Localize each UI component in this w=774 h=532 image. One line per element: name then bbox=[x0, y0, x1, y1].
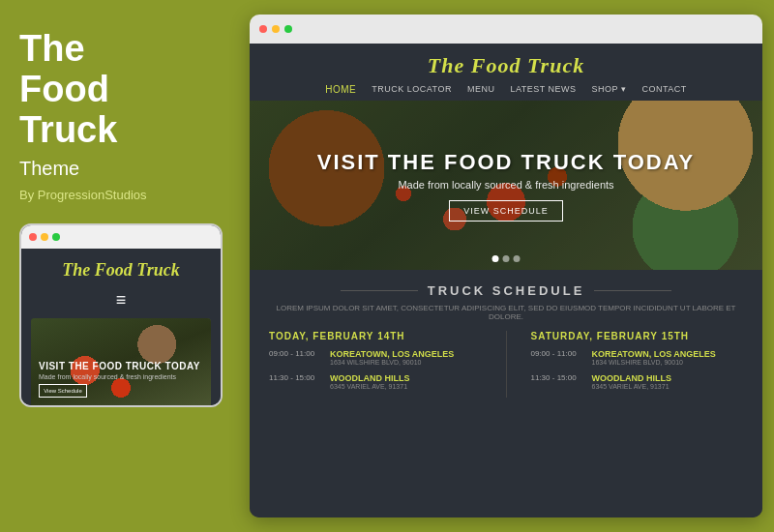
title-line1: The bbox=[19, 28, 85, 69]
schedule-location-addr: 6345 VARIEL AVE, 91371 bbox=[592, 383, 744, 390]
desktop-view-schedule-button[interactable]: View Schedule bbox=[449, 200, 563, 222]
title-line3: Truck bbox=[19, 109, 117, 150]
schedule-subtitle: LOREM IPSUM DOLOR SIT AMET, CONSECTETUR … bbox=[269, 304, 743, 321]
schedule-divider bbox=[506, 331, 507, 398]
desktop-nav-links: HOME TRUCK LOCATOR MENU LATEST NEWS SHOP… bbox=[269, 84, 743, 95]
mobile-hero-subtitle: Made from locally sourced & fresh ingred… bbox=[39, 373, 203, 380]
mobile-dot-green bbox=[52, 233, 60, 241]
schedule-col-1: TODAY, FEBRUARY 14TH 09:00 - 11:00 KOREA… bbox=[269, 331, 482, 398]
title-line2: Food bbox=[19, 69, 109, 109]
schedule-section: TRUCK SCHEDULE LOREM IPSUM DOLOR SIT AME… bbox=[250, 270, 762, 517]
nav-menu[interactable]: MENU bbox=[467, 84, 495, 95]
schedule-location-addr: 1634 WILSHIRE BLVD, 90010 bbox=[592, 359, 744, 366]
mobile-content: The Food Truck ≡ VISIT THE FOOD TRUCK TO… bbox=[21, 249, 221, 405]
schedule-location: WOODLAND HILLS 6345 VARIEL AVE, 91371 bbox=[330, 373, 482, 390]
schedule-location: KOREATOWN, LOS ANGELES 1634 WILSHIRE BLV… bbox=[592, 349, 744, 366]
schedule-time: 09:00 - 11:00 bbox=[531, 349, 584, 366]
mobile-logo: The Food Truck bbox=[31, 260, 211, 281]
main-title: The Food Truck bbox=[19, 29, 117, 150]
schedule-col2-header: SATURDAY, FEBRUARY 15TH bbox=[531, 331, 744, 341]
mobile-hero-text: VISIT THE FOOD TRUCK TODAY Made from loc… bbox=[39, 361, 203, 398]
mobile-view-schedule-button[interactable]: View Schedule bbox=[39, 384, 87, 398]
mobile-dot-yellow bbox=[41, 233, 48, 241]
nav-latest-news[interactable]: LATEST NEWS bbox=[510, 84, 576, 95]
left-panel: The Food Truck Theme By ProgressionStudi… bbox=[0, 0, 240, 532]
mobile-hamburger-icon[interactable]: ≡ bbox=[31, 290, 211, 310]
schedule-location-name: KOREATOWN, LOS ANGELES bbox=[330, 349, 482, 359]
mobile-hero: VISIT THE FOOD TRUCK TODAY Made from loc… bbox=[31, 318, 211, 405]
schedule-location-addr: 6345 VARIEL AVE, 91371 bbox=[330, 383, 482, 390]
schedule-item: 11:30 - 15:00 WOODLAND HILLS 6345 VARIEL… bbox=[531, 373, 744, 390]
schedule-location: KOREATOWN, LOS ANGELES 1634 WILSHIRE BLV… bbox=[330, 349, 482, 366]
schedule-time: 09:00 - 11:00 bbox=[269, 349, 322, 366]
mobile-dot-red bbox=[29, 233, 37, 241]
theme-label: Theme bbox=[19, 158, 79, 180]
byline: By ProgressionStudios bbox=[19, 188, 147, 202]
schedule-title-line-right bbox=[594, 290, 671, 291]
schedule-title-text: TRUCK SCHEDULE bbox=[428, 283, 585, 298]
desktop-content: The Food Truck HOME TRUCK LOCATOR MENU L… bbox=[250, 44, 762, 517]
schedule-col1-header: TODAY, FEBRUARY 14TH bbox=[269, 331, 482, 341]
schedule-location-name: WOODLAND HILLS bbox=[592, 373, 744, 383]
schedule-col-2: SATURDAY, FEBRUARY 15TH 09:00 - 11:00 KO… bbox=[531, 331, 744, 398]
nav-home[interactable]: HOME bbox=[325, 84, 356, 95]
desktop-dot-green bbox=[284, 25, 292, 33]
schedule-location-name: WOODLAND HILLS bbox=[330, 373, 482, 383]
schedule-item: 11:30 - 15:00 WOODLAND HILLS 6345 VARIEL… bbox=[269, 373, 482, 390]
desktop-preview: The Food Truck HOME TRUCK LOCATOR MENU L… bbox=[250, 15, 762, 517]
schedule-location: WOODLAND HILLS 6345 VARIEL AVE, 91371 bbox=[592, 373, 744, 390]
hero-dot-1[interactable] bbox=[492, 255, 499, 262]
schedule-title: TRUCK SCHEDULE bbox=[269, 283, 743, 298]
desktop-hero-overlay: VISIT THE FOOD TRUCK TODAY Made from loc… bbox=[250, 101, 762, 270]
hero-dot-2[interactable] bbox=[503, 255, 510, 262]
schedule-item: 09:00 - 11:00 KOREATOWN, LOS ANGELES 163… bbox=[269, 349, 482, 366]
desktop-hero-title: VISIT THE FOOD TRUCK TODAY bbox=[317, 150, 696, 175]
schedule-title-line-left bbox=[341, 290, 418, 291]
schedule-time: 11:30 - 15:00 bbox=[269, 373, 322, 390]
mobile-browser-bar bbox=[21, 225, 221, 249]
desktop-site-title: The Food Truck bbox=[269, 53, 743, 78]
desktop-navbar: The Food Truck HOME TRUCK LOCATOR MENU L… bbox=[250, 44, 762, 101]
schedule-item: 09:00 - 11:00 KOREATOWN, LOS ANGELES 163… bbox=[531, 349, 744, 366]
desktop-browser-bar bbox=[250, 15, 762, 44]
desktop-hero-subtitle: Made from locally sourced & fresh ingred… bbox=[398, 179, 613, 191]
hero-dots bbox=[492, 255, 521, 262]
mobile-preview: The Food Truck ≡ VISIT THE FOOD TRUCK TO… bbox=[19, 223, 223, 407]
hero-dot-3[interactable] bbox=[514, 255, 521, 262]
desktop-hero: VISIT THE FOOD TRUCK TODAY Made from loc… bbox=[250, 101, 762, 270]
nav-contact[interactable]: CONTACT bbox=[641, 84, 686, 95]
schedule-location-addr: 1634 WILSHIRE BLVD, 90010 bbox=[330, 359, 482, 366]
desktop-dot-red bbox=[259, 25, 267, 33]
nav-truck-locator[interactable]: TRUCK LOCATOR bbox=[372, 84, 452, 95]
mobile-hero-title: VISIT THE FOOD TRUCK TODAY bbox=[39, 361, 203, 371]
schedule-location-name: KOREATOWN, LOS ANGELES bbox=[592, 349, 744, 359]
desktop-dot-yellow bbox=[272, 25, 280, 33]
schedule-time: 11:30 - 15:00 bbox=[531, 373, 584, 390]
schedule-columns: TODAY, FEBRUARY 14TH 09:00 - 11:00 KOREA… bbox=[269, 331, 743, 398]
nav-shop[interactable]: SHOP ▾ bbox=[592, 84, 627, 95]
